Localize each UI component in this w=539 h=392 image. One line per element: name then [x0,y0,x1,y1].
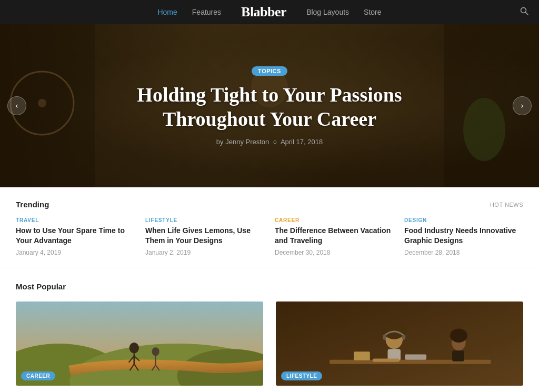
list-item[interactable]: CAREER The Difference Between Vacation a… [275,217,394,256]
hero-meta: by Jenny Preston ○ April 17, 2018 [137,138,402,146]
card-category-badge: LIFESTYLE [281,371,322,380]
svg-line-1 [526,13,528,15]
list-item[interactable]: DESIGN Food Industry Needs Innovative Gr… [404,217,523,256]
search-icon[interactable] [520,7,528,17]
trending-section: Trending HOT NEWS TRAVEL How to Use Your… [0,187,539,267]
popular-section: Most Popular [0,267,539,392]
hero-arrow-right[interactable]: › [513,96,532,115]
list-item[interactable]: CAREER What Keeps Us Going: Find Your Wa… [16,301,263,392]
trending-grid: TRAVEL How to Use Your Spare Time to You… [16,217,523,256]
popular-grid: CAREER What Keeps Us Going: Find Your Wa… [16,301,523,392]
navbar: Home Features Blabber Blog Layouts Store [0,0,539,24]
trending-section-title: Trending [16,200,49,209]
trending-date: January 4, 2019 [16,249,135,256]
nav-link-blog-layouts[interactable]: Blog Layouts [306,8,349,16]
nav-link-store[interactable]: Store [364,8,381,16]
trending-category: TRAVEL [16,217,135,223]
hero-title: Holding Tight to Your Passions Throughou… [137,83,402,131]
trending-item-title: Food Industry Needs Innovative Graphic D… [404,226,523,246]
hero-badge: TOPICS [252,66,287,76]
hot-news-label: HOT NEWS [490,202,523,208]
site-logo[interactable]: Blabber [241,4,286,20]
list-item[interactable]: LIFESTYLE When Life Gives Lemons, Use Th… [145,217,264,256]
list-item[interactable]: TRAVEL How to Use Your Spare Time to You… [16,217,135,256]
list-item[interactable]: LIFESTYLE There Is No Way People Can Tak… [276,301,523,392]
nav-link-features[interactable]: Features [192,8,221,16]
card-category-badge: CAREER [21,371,55,380]
trending-category: CAREER [275,217,394,223]
trending-category: DESIGN [404,217,523,223]
nav-link-home[interactable]: Home [157,8,177,16]
card-image: CAREER [16,301,263,386]
trending-item-title: The Difference Between Vacation and Trav… [275,226,394,246]
card-image: LIFESTYLE [276,301,523,386]
trending-date: December 30, 2018 [275,249,394,256]
hero-arrow-left[interactable]: ‹ [7,96,26,115]
trending-category: LIFESTYLE [145,217,264,223]
popular-section-title: Most Popular [16,282,523,291]
hero-section: ‹ TOPICS Holding Tight to Your Passions … [0,24,539,187]
trending-date: January 2, 2019 [145,249,264,256]
trending-item-title: When Life Gives Lemons, Use Them in Your… [145,226,264,246]
trending-item-title: How to Use Your Spare Time to Your Advan… [16,226,135,246]
trending-date: December 28, 2018 [404,249,523,256]
